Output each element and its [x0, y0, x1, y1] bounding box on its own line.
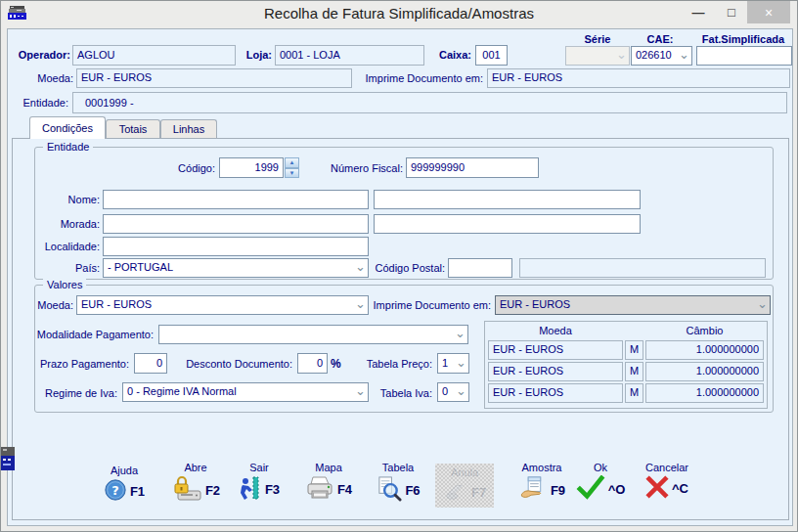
chevron-down-icon: ⌄	[679, 48, 689, 61]
caixa-label: Caixa:	[428, 49, 471, 61]
ok-button[interactable]: Ok ^O	[571, 462, 630, 504]
tabela-preco-label: Tabela Preço:	[364, 358, 432, 370]
entidade-field: 0001999 -	[72, 92, 787, 113]
numero-fiscal-label: Número Fiscal:	[311, 162, 403, 174]
cambio-cell: 1.000000000	[645, 362, 764, 381]
modalidade-pagamento-label: Modalidade Pagamento:	[36, 329, 154, 340]
codigo-spinner[interactable]: ▲ ▼	[285, 157, 299, 178]
localidade-input[interactable]	[103, 237, 369, 256]
ajuda-button[interactable]: Ajuda ? F1	[93, 465, 155, 505]
imprime-documento-label: Imprime Documento em:	[331, 72, 483, 84]
prazo-pagamento-label: Prazo Pagamento:	[39, 358, 129, 370]
flag-cell: M	[625, 362, 643, 381]
cancelar-button[interactable]: Cancelar ^C	[632, 462, 702, 502]
loja-label: Loja:	[241, 49, 272, 61]
entidade-group-title: Entidade	[43, 141, 93, 153]
tabela-preco-select[interactable]: 1⌄	[437, 353, 469, 374]
abre-button[interactable]: Abre F2	[156, 462, 235, 506]
spin-up-icon[interactable]: ▲	[285, 157, 299, 168]
codigo-postal-label: Código Postal:	[373, 262, 445, 274]
nome-input-2[interactable]	[374, 190, 641, 209]
app-logo	[1, 447, 15, 474]
chevron-down-icon: ⌄	[757, 297, 768, 310]
moeda-column-header: Moeda	[488, 325, 623, 336]
amostra-button[interactable]: Amostra F9	[505, 462, 579, 505]
moeda-cell: EUR - EUROS	[488, 383, 623, 403]
spin-down-icon[interactable]: ▼	[285, 168, 299, 179]
tabela-button[interactable]: Tabela F6	[366, 462, 430, 505]
tabela-iva-label: Tabela Iva:	[378, 387, 432, 399]
serie-select: ⌄	[565, 46, 630, 66]
serie-label: Série	[565, 33, 630, 45]
caixa-input[interactable]: 001	[475, 45, 508, 66]
flag-cell: M	[625, 340, 643, 360]
codigo-input[interactable]: 1999	[219, 157, 284, 178]
codigo-label: Código:	[135, 162, 215, 174]
cae-select[interactable]: 026610⌄	[631, 46, 692, 66]
valores-moeda-select[interactable]: EUR - EUROS⌄	[76, 295, 369, 315]
desconto-documento-label: Desconto Documento:	[183, 358, 292, 370]
imprime-documento-field: EUR - EUROS	[487, 68, 790, 88]
toolbar-button-label: Abre	[184, 462, 206, 474]
tabela-iva-select[interactable]: 0⌄	[437, 382, 469, 402]
regime-iva-select[interactable]: 0 - Regime IVA Normal⌄	[122, 382, 369, 402]
toolbar-button-label: Cancelar	[645, 462, 688, 474]
open-lock-icon	[171, 475, 202, 506]
mapa-button[interactable]: Mapa F4	[293, 462, 364, 504]
valores-imprime-select[interactable]: EUR - EUROS⌄	[495, 295, 771, 315]
morada-input-2[interactable]	[374, 214, 641, 234]
chevron-down-icon: ⌄	[355, 384, 366, 397]
tab-totais[interactable]: Totais	[106, 119, 160, 139]
moeda-label: Moeda:	[15, 72, 73, 84]
codigo-postal-input[interactable]	[448, 258, 512, 278]
operador-label: Operador:	[10, 49, 70, 61]
tab-linhas[interactable]: Linhas	[160, 119, 217, 139]
modalidade-pagamento-select[interactable]: ⌄	[158, 325, 468, 344]
sample-hand-icon	[518, 475, 548, 505]
prazo-pagamento-input[interactable]: 0	[134, 353, 167, 374]
cae-label: CAE:	[628, 33, 692, 45]
tab-condicoes[interactable]: Condições	[29, 116, 106, 139]
desconto-documento-input[interactable]: 0	[297, 353, 328, 374]
entidade-label: Entidade:	[10, 97, 68, 109]
morada-input-1[interactable]	[103, 214, 369, 234]
toolbar-button-label: Tabela	[382, 462, 414, 474]
valores-group-title: Valores	[43, 279, 86, 290]
svg-text:?: ?	[111, 483, 119, 498]
flag-cell: M	[625, 383, 643, 403]
chevron-down-icon: ⌄	[456, 356, 466, 369]
toolbar-button-label: Sair	[249, 462, 269, 474]
chevron-down-icon: ⌄	[456, 384, 466, 397]
valores-moeda-label: Moeda:	[18, 299, 73, 311]
regime-iva-label: Regime de Iva:	[41, 387, 117, 399]
title-bar[interactable]: Recolha de Fatura Simplificada/Amostras …	[1, 1, 797, 26]
nome-label: Nome:	[47, 194, 100, 205]
pais-label: País:	[57, 262, 100, 274]
nome-input-1[interactable]	[103, 190, 369, 209]
numero-fiscal-input[interactable]: 999999990	[406, 157, 539, 178]
cambio-column-header: Câmbio	[645, 325, 764, 336]
moeda-cell: EUR - EUROS	[488, 340, 623, 360]
fat-simplificada-input[interactable]	[696, 46, 792, 66]
erase-icon	[443, 480, 468, 505]
moeda-field: EUR - EUROS	[76, 68, 352, 88]
toolbar-button-label: Anula	[451, 466, 478, 479]
moeda-cell: EUR - EUROS	[488, 362, 623, 381]
maximize-button[interactable]: □	[717, 1, 746, 23]
client-area: Operador: AGLOU Loja: 0001 - LOJA Caixa:…	[7, 28, 793, 526]
toolbar-button-label: Amostra	[522, 462, 562, 474]
cancel-x-icon	[645, 475, 669, 502]
morada-label: Morada:	[41, 218, 100, 230]
close-button[interactable]: ×	[747, 1, 790, 23]
localidade-label: Localidade:	[31, 241, 100, 252]
sair-button[interactable]: Sair F3	[227, 462, 291, 504]
exit-icon	[239, 475, 262, 504]
pais-select[interactable]: - PORTUGAL⌄	[103, 258, 369, 278]
window: Recolha de Fatura Simplificada/Amostras …	[0, 0, 798, 532]
check-icon	[576, 475, 605, 504]
minimize-button[interactable]: —	[684, 1, 713, 23]
toolbar-button-label: Ajuda	[111, 465, 138, 477]
valores-imprime-label: Imprime Documento em:	[340, 299, 491, 311]
cambio-cell: 1.000000000	[645, 383, 764, 403]
toolbar-button-label: Mapa	[315, 462, 342, 474]
